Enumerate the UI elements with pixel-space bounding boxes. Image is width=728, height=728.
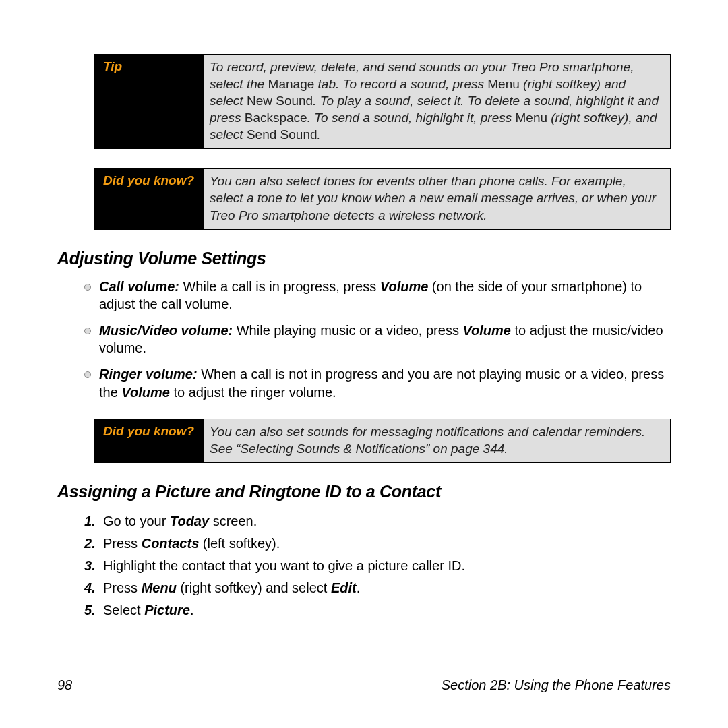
callout-body-tip: To record, preview, delete, and send sou… [204,55,670,148]
volume-bullet-list: Call volume: While a call is in progress… [84,278,671,402]
list-item: Press Menu (right softkey) and select Ed… [84,578,671,599]
callout-label-dyk1: Did you know? [95,169,204,229]
list-item: Go to your Today screen. [84,511,671,532]
page-footer: 98 Section 2B: Using the Phone Features [57,677,671,693]
assign-steps-list: Go to your Today screen. Press Contacts … [84,511,671,621]
callout-label-dyk2: Did you know? [95,419,204,462]
heading-adjusting-volume: Adjusting Volume Settings [57,249,671,268]
page-number: 98 [57,677,72,693]
callout-tip: Tip To record, preview, delete, and send… [94,54,671,149]
callout-dyk2: Did you know? You can also set sounds fo… [94,419,671,463]
list-item: Select Picture. [84,600,671,621]
callout-body-dyk2: You can also set sounds for messaging no… [204,419,670,462]
list-item: Highlight the contact that you want to g… [84,555,671,576]
list-item: Music/Video volume: While playing music … [84,322,671,357]
section-title: Section 2B: Using the Phone Features [442,677,671,693]
callout-label-tip: Tip [95,55,204,148]
list-item: Ringer volume: When a call is not in pro… [84,365,671,401]
heading-assigning-picture: Assigning a Picture and Ringtone ID to a… [57,482,671,502]
list-item: Call volume: While a call is in progress… [84,278,671,313]
callout-body-dyk1: You can also select tones for events oth… [204,169,670,229]
callout-dyk1: Did you know? You can also select tones … [94,168,671,229]
document-page: Tip To record, preview, delete, and send… [0,0,728,728]
list-item: Press Contacts (left softkey). [84,533,671,554]
